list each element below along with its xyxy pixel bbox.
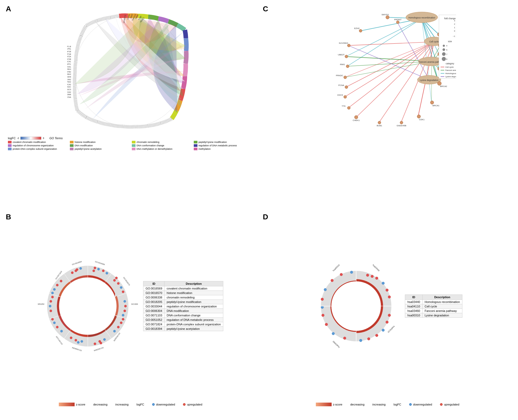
svg-point-133 [97, 268, 100, 270]
panel-a-label: A [6, 5, 11, 13]
svg-point-193 [375, 334, 378, 337]
pathway-table-row: hsa04110 Cell cycle [405, 304, 462, 309]
svg-point-161 [70, 337, 72, 339]
svg-point-159 [81, 340, 83, 342]
go-table: ID Description GO:0016569 covalent chrom… [143, 281, 223, 331]
svg-point-139 [117, 282, 120, 285]
svg-point-146 [124, 310, 126, 312]
zscore-bar [59, 403, 75, 406]
svg-point-172 [51, 296, 54, 298]
svg-point-72 [347, 44, 350, 47]
downregulated-label: downregulated [156, 403, 175, 406]
swatch-7 [132, 144, 135, 147]
go-id: GO:0018394 [143, 327, 164, 331]
svg-text:0: 0 [454, 30, 455, 32]
svg-point-192 [382, 329, 385, 331]
table-d-desc-header: Description [422, 295, 462, 300]
panel-c: C [260, 3, 515, 209]
go-term-label-7: DNA conformation change [137, 144, 164, 147]
panel-c-label: C [263, 5, 268, 13]
increasing-d-item: increasing [372, 403, 386, 406]
go-desc: DNA conformation change [164, 313, 223, 318]
svg-text:CDC6: CDC6 [337, 94, 343, 96]
go-table-row: GO:0018205 peptidyl-lysine modification [143, 300, 223, 304]
svg-point-136 [94, 267, 96, 269]
svg-text:DPF1: DPF1 [67, 63, 71, 65]
svg-text:Homologous recombination: Homologous recombination [408, 16, 435, 19]
circular-pathway-svg: hsa03440 hsa04110 [313, 263, 400, 350]
svg-text:ATBF1-B: ATBF1-B [67, 46, 71, 47]
svg-point-141 [122, 291, 124, 293]
svg-point-82 [344, 95, 347, 98]
increasing-label: increasing [115, 403, 129, 406]
go-table-row: GO:0018394 peptidyl-lysine acetylation [143, 327, 223, 331]
swatch-5 [8, 144, 12, 147]
zscore-d-bar [316, 403, 332, 406]
go-term-label-5: regulation of chromosome organization [13, 144, 54, 147]
svg-text:GO:0016569: GO:0016569 [95, 260, 105, 265]
swatch-3 [132, 141, 135, 143]
svg-point-170 [49, 305, 51, 307]
svg-point-205 [340, 273, 343, 276]
svg-point-115 [443, 45, 445, 47]
svg-point-176 [60, 280, 62, 282]
svg-text:SATB2: SATB2 [67, 71, 71, 73]
swatch-9 [8, 148, 12, 150]
svg-text:GO:0016570: GO:0016570 [123, 277, 130, 286]
logfc-b-label: logFC [137, 403, 144, 406]
svg-text:hsa00310: hsa00310 [332, 264, 340, 272]
svg-text:size: size [448, 40, 452, 43]
chord-diagram: APOBEC3 TOPB1 BRDT PRKD13 HABR HCBP HDAC… [67, 8, 194, 134]
pathway-desc: Cell cycle [422, 304, 462, 309]
svg-text:FOXA2: FOXA2 [67, 91, 71, 93]
svg-text:EZH2: EZH2 [354, 27, 360, 30]
svg-point-208 [321, 298, 324, 301]
zscore-label: z-score [76, 403, 85, 406]
svg-point-204 [350, 271, 353, 273]
swatch-12 [194, 148, 197, 150]
svg-point-167 [51, 318, 54, 320]
go-term-label-6: DNA modification [75, 144, 93, 147]
svg-point-150 [117, 326, 120, 328]
pathway-id: hsa03440 [405, 300, 422, 304]
svg-point-194 [367, 337, 370, 340]
downregulated-item: downregulated [152, 403, 175, 406]
go-id: GO:0016570 [143, 291, 164, 295]
svg-point-132 [93, 270, 95, 272]
swatch-10 [70, 148, 74, 150]
svg-point-80 [345, 86, 348, 89]
svg-point-117 [443, 49, 445, 51]
pathway-table: ID Description hsa03440 Homologous recom… [405, 295, 462, 318]
go-term-label-1: covalent chromatin modification [13, 141, 46, 143]
increasing-d-label: increasing [372, 403, 386, 406]
svg-line-35 [422, 18, 439, 54]
svg-point-182 [76, 268, 78, 271]
pathway-id: hsa04110 [405, 304, 422, 309]
panel-b: B [3, 211, 258, 417]
svg-text:Lysine degradation: Lysine degradation [445, 75, 456, 78]
svg-point-142 [115, 277, 118, 279]
go-term-label-4: peptidyl-lysine modification [199, 141, 227, 143]
go-table-row: GO:0006338 chromatin remodeling [143, 295, 223, 300]
go-term-6: DNA modification [70, 144, 129, 147]
svg-point-155 [94, 342, 96, 345]
go-term-5: regulation of chromosome organization [8, 144, 67, 147]
go-id: GO:0071103 [143, 313, 164, 318]
swatch-1 [8, 141, 12, 143]
go-id: GO:0018205 [143, 300, 164, 304]
go-term-11: DNA methylation or demethylation [132, 148, 191, 150]
panel-d: D [260, 211, 515, 417]
svg-point-174 [53, 288, 56, 291]
go-term-7: DNA conformation change [132, 144, 191, 147]
swatch-6 [70, 144, 74, 147]
svg-text:PRKAA2: PRKAA2 [67, 79, 71, 80]
svg-text:Homologous recombination: Homologous recombination [445, 72, 456, 75]
go-desc: chromatin remodeling [164, 295, 223, 300]
svg-point-207 [324, 288, 327, 291]
go-id: GO:0006304 [143, 309, 164, 313]
go-table-row: GO:0033044 regulation of chromosome orga… [143, 304, 223, 309]
svg-text:PCNA: PCNA [338, 84, 345, 86]
legend-a: logFC -2 3 GO Terms covalent chromatin m… [3, 134, 258, 152]
svg-text:5: 5 [446, 49, 447, 51]
zscore-item: z-score [59, 403, 85, 406]
